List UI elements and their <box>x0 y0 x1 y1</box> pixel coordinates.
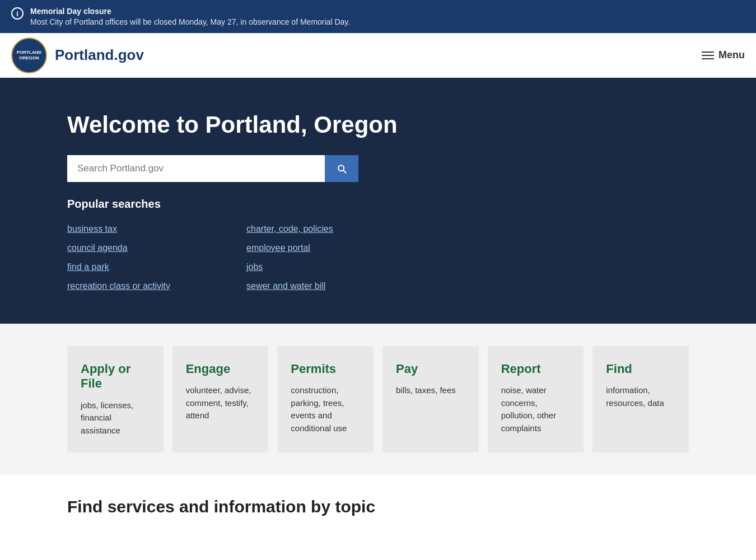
card-find-title: Find <box>606 362 675 376</box>
card-report-title: Report <box>501 362 571 376</box>
card-find[interactable]: Find information, resources, data <box>592 346 689 452</box>
logo-text: Portland.gov <box>55 46 144 64</box>
site-header: PORTLAND OREGON Portland.gov Menu <box>0 33 756 78</box>
search-links-col-left: business tax council agenda find a park … <box>67 220 246 296</box>
search-bar <box>67 155 358 182</box>
alert-content: Memorial Day closure Most City of Portla… <box>30 7 350 26</box>
bottom-section: Find services and information by topic <box>0 475 756 539</box>
popular-searches: Popular searches business tax council ag… <box>67 198 689 296</box>
search-icon <box>336 163 347 174</box>
card-report[interactable]: Report noise, water concerns, pollution,… <box>488 346 584 452</box>
alert-bar: i Memorial Day closure Most City of Port… <box>0 0 756 33</box>
card-find-desc: information, resources, data <box>606 384 675 409</box>
logo-seal: PORTLAND OREGON <box>11 38 47 73</box>
alert-body: Most City of Portland offices will be cl… <box>30 17 350 26</box>
search-link-council-agenda[interactable]: council agenda <box>67 239 246 258</box>
site-logo[interactable]: PORTLAND OREGON Portland.gov <box>11 38 144 73</box>
search-input[interactable] <box>67 155 325 182</box>
cards-grid: Apply or File jobs, licenses, financial … <box>67 346 689 452</box>
search-link-jobs[interactable]: jobs <box>246 258 426 277</box>
hero-section: Welcome to Portland, Oregon Popular sear… <box>0 78 756 324</box>
page-heading: Welcome to Portland, Oregon <box>67 111 689 138</box>
search-links-col-right: charter, code, policies employee portal … <box>246 220 426 296</box>
alert-title: Memorial Day closure <box>30 7 350 16</box>
card-engage-desc: volunteer, advise, comment, testify, att… <box>186 384 255 422</box>
search-links-grid: business tax council agenda find a park … <box>67 220 426 296</box>
search-button[interactable] <box>325 155 358 182</box>
bottom-heading: Find services and information by topic <box>67 497 689 516</box>
card-pay-desc: bills, taxes, fees <box>396 384 465 397</box>
card-engage[interactable]: Engage volunteer, advise, comment, testi… <box>172 346 269 452</box>
search-link-find-a-park[interactable]: find a park <box>67 258 246 277</box>
hamburger-icon <box>702 52 714 59</box>
menu-label: Menu <box>718 49 745 61</box>
card-permits-desc: construction, parking, trees, events and… <box>291 384 360 435</box>
search-link-sewer-water[interactable]: sewer and water bill <box>246 277 426 296</box>
search-link-employee-portal[interactable]: employee portal <box>246 239 426 258</box>
cards-section: Apply or File jobs, licenses, financial … <box>0 324 756 475</box>
popular-searches-heading: Popular searches <box>67 198 689 211</box>
card-permits[interactable]: Permits construction, parking, trees, ev… <box>277 346 374 452</box>
card-apply-or-file-desc: jobs, licenses, financial assistance <box>81 399 150 437</box>
card-apply-or-file-title: Apply or File <box>81 362 150 391</box>
alert-icon: i <box>11 7 24 20</box>
card-pay-title: Pay <box>396 362 465 376</box>
menu-button[interactable]: Menu <box>702 49 745 61</box>
card-pay[interactable]: Pay bills, taxes, fees <box>382 346 479 452</box>
search-link-business-tax[interactable]: business tax <box>67 220 246 239</box>
search-link-charter[interactable]: charter, code, policies <box>246 220 426 239</box>
card-report-desc: noise, water concerns, pollution, other … <box>501 384 571 435</box>
search-link-recreation-class[interactable]: recreation class or activity <box>67 277 246 296</box>
card-permits-title: Permits <box>291 362 360 376</box>
card-engage-title: Engage <box>186 362 255 376</box>
card-apply-or-file[interactable]: Apply or File jobs, licenses, financial … <box>67 346 164 452</box>
